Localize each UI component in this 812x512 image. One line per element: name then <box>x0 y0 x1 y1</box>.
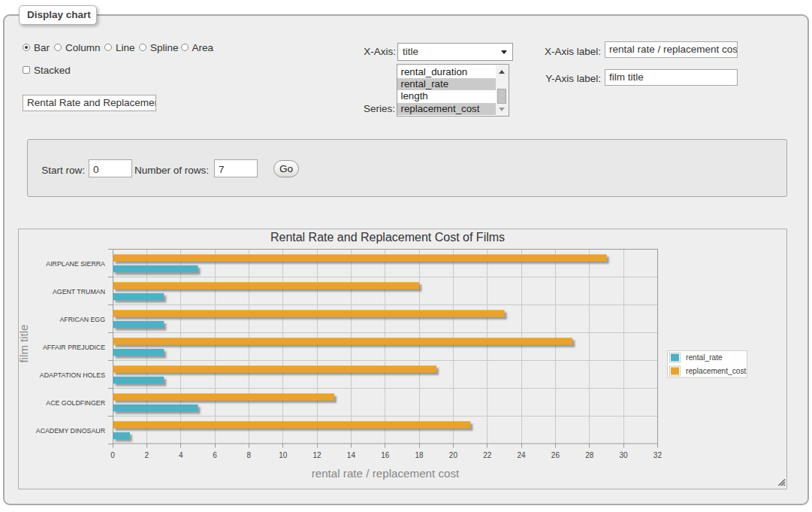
svg-text:2: 2 <box>145 451 149 459</box>
svg-text:ACADEMY DINOSAUR: ACADEMY DINOSAUR <box>36 427 105 435</box>
svg-text:22: 22 <box>483 451 492 459</box>
svg-text:18: 18 <box>415 451 424 459</box>
svg-text:4: 4 <box>179 451 183 459</box>
svg-text:20: 20 <box>449 451 458 459</box>
svg-text:32: 32 <box>654 451 663 459</box>
svg-text:10: 10 <box>279 451 288 459</box>
svg-text:8: 8 <box>247 451 252 459</box>
svg-text:24: 24 <box>517 451 526 459</box>
svg-text:12: 12 <box>312 451 321 459</box>
svg-text:ADAPTATION HOLES: ADAPTATION HOLES <box>40 371 105 379</box>
svg-text:28: 28 <box>585 451 594 459</box>
svg-text:ACE GOLDFINGER: ACE GOLDFINGER <box>46 399 105 407</box>
svg-text:rental rate / replacement cost: rental rate / replacement cost <box>312 467 460 480</box>
svg-text:AFRICAN EGG: AFRICAN EGG <box>59 316 105 323</box>
svg-text:AIRPLANE SIERRA: AIRPLANE SIERRA <box>46 260 105 268</box>
svg-text:AGENT TRUMAN: AGENT TRUMAN <box>53 288 105 295</box>
svg-text:6: 6 <box>213 451 217 459</box>
svg-text:0: 0 <box>110 451 115 459</box>
svg-text:26: 26 <box>551 451 560 459</box>
svg-text:14: 14 <box>347 451 356 459</box>
svg-text:AFFAIR PREJUDICE: AFFAIR PREJUDICE <box>43 344 105 351</box>
svg-text:16: 16 <box>381 451 390 459</box>
svg-text:rental_rate: rental_rate <box>686 353 723 362</box>
svg-text:film title: film title <box>18 325 30 363</box>
svg-text:Rental Rate and Replacement Co: Rental Rate and Replacement Cost of Film… <box>270 231 505 244</box>
svg-text:replacement_cost: replacement_cost <box>686 367 747 375</box>
svg-text:30: 30 <box>620 451 629 459</box>
